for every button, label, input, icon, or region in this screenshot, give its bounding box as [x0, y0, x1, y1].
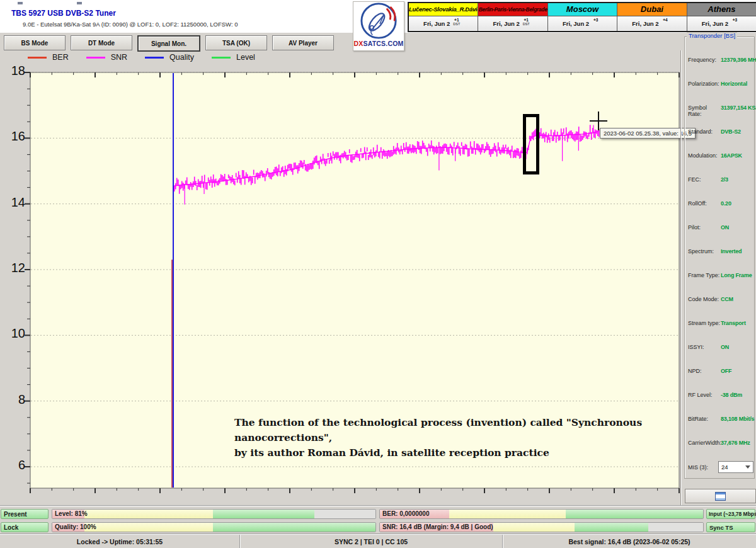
- tab-signal-mon-[interactable]: Signal Mon.: [137, 35, 200, 52]
- transponder-row-value: 0.20: [721, 200, 731, 207]
- transponder-row-value: 2/3: [721, 176, 728, 183]
- clock-time-row: Fri, Jun 2 +4: [617, 16, 686, 30]
- transponder-row-label: Frame Type:: [688, 272, 721, 278]
- y-axis-label: 10: [1, 326, 25, 341]
- dxsatcs-logo: DXSATCS.COM: [353, 1, 404, 51]
- tab-tsa-ok-[interactable]: TSA (OK): [205, 35, 267, 50]
- transponder-row-value: 31397,154 KS/s: [721, 105, 756, 111]
- mis-selected-value: 24: [721, 464, 728, 471]
- transponder-row-label: Modulation:: [688, 152, 721, 159]
- clock-column: Athens Fri, Jun 2 +3: [687, 3, 756, 31]
- mis-dropdown[interactable]: 24: [718, 461, 753, 473]
- transponder-row-value: Long Frame: [721, 272, 752, 278]
- y-axis-label: 16: [1, 129, 25, 144]
- snr-label: SNR: 16,4 dB (Margin: 9,4 dB | Good): [382, 523, 493, 530]
- transponder-row-label: Standard:: [688, 128, 721, 135]
- clock-column: Lučenec-Slovakia_R.Dávid Fri, Jun 2 +1 D…: [409, 3, 478, 31]
- clock-time-row: Fri, Jun 2 +1 DST: [409, 16, 478, 30]
- world-clock-panel: Lučenec-Slovakia_R.Dávid Fri, Jun 2 +1 D…: [408, 2, 756, 32]
- clock-column: Berlin-Paris-Vienna-Belgrade Fri, Jun 2 …: [478, 3, 547, 31]
- mis-row: MIS (3): 24: [688, 461, 753, 473]
- highlight-rectangle: [523, 114, 539, 174]
- clock-date: Fri, Jun 2: [702, 20, 728, 27]
- clock-date: Fri, Jun 2: [423, 20, 450, 27]
- clock-date: Fri, Jun 2: [632, 20, 658, 27]
- transponder-row: Symbol Rate:31397,154 KS/s: [688, 105, 753, 128]
- clock-city-header: Moscow: [548, 3, 617, 16]
- transponder-row-value: Horizontal: [721, 81, 747, 87]
- chevron-down-icon: [745, 465, 750, 469]
- transponder-row-label: RollOff:: [688, 200, 721, 207]
- clock-time-row: Fri, Jun 2 +3: [687, 16, 756, 30]
- snr-progressbar: SNR: 16,4 dB (Margin: 9,4 dB | Good): [379, 522, 704, 532]
- clock-utc-offset: +4: [662, 18, 670, 28]
- tuner-title: TBS 5927 USB DVB-S2 Tuner: [11, 9, 116, 18]
- transponder-row-label: Symbol Rate:: [688, 105, 721, 117]
- tab-dt-mode[interactable]: DT Mode: [71, 35, 132, 50]
- clock-time-row: Fri, Jun 2 +3: [548, 16, 617, 30]
- clock-utc-offset: +3: [592, 18, 600, 28]
- divider: [0, 506, 756, 506]
- titlebar-remnant: [77, 2, 82, 4]
- panel-separator: [680, 50, 681, 505]
- clock-city-header: Dubai: [617, 3, 686, 16]
- transponder-row-label: RF Level:: [688, 392, 721, 398]
- signal-monitor-panel: BERSNRQualityLevel 2023-06-02 05.25.38, …: [0, 50, 682, 504]
- clock-column: Dubai Fri, Jun 2 +4: [617, 3, 686, 31]
- transponder-row-label: BitRate:: [688, 416, 721, 422]
- transponder-row-value: DVB-S2: [721, 128, 741, 135]
- transponder-row-label: ISSYI:: [688, 344, 721, 350]
- status-bar: Locked -> Uptime: 05:31:55 SYNC 2 | TEI …: [0, 534, 756, 548]
- satellite-dish-logo-icon: [359, 2, 398, 41]
- clock-city-header: Berlin-Paris-Vienna-Belgrade: [478, 3, 547, 16]
- transponder-row-label: Spectrum:: [688, 248, 721, 254]
- tab-bar: BS ModeDT ModeSignal Mon.TSA (OK)AV Play…: [4, 35, 334, 52]
- clock-utc-offset: +1 DST: [522, 18, 530, 28]
- transponder-row: Modulation:16APSK: [688, 152, 753, 176]
- transponder-row-value: Transport: [721, 320, 746, 326]
- input-bitrate-indicator: Input (~23,78 Mbps): [706, 509, 755, 519]
- transponder-group-title: Transponder [BS]: [687, 32, 737, 39]
- annotation-line-2: by its author Roman Dávid, in satellite …: [234, 445, 682, 460]
- transponder-row-value: OFF: [721, 368, 731, 374]
- transponder-row-value: 16APSK: [721, 152, 742, 159]
- transponder-row: Code Mode:CCM: [688, 296, 753, 320]
- transponder-row: Standard:DVB-S2: [688, 128, 753, 152]
- statusbar-lock-uptime: Locked -> Uptime: 05:31:55: [0, 535, 239, 548]
- annotation-line-1: The function of the technological proces…: [234, 415, 682, 445]
- transponder-row: RF Level:-38 dBm: [688, 392, 753, 416]
- clock-city-header: Athens: [687, 3, 756, 16]
- panel-toggle-icon: [715, 492, 726, 501]
- transponder-row-value: -38 dBm: [721, 392, 742, 398]
- transponder-row-label: NPD:: [688, 368, 721, 374]
- statusbar-best-signal: Best signal: 16,4 dB (2023-06-02 05:25): [503, 535, 756, 548]
- present-indicator: Present: [1, 509, 49, 519]
- y-axis-label: 12: [1, 261, 25, 275]
- transponder-row-label: FEC:: [688, 176, 721, 183]
- transponder-rows: Frequency:12379,396 MHzPolarization:Hori…: [688, 57, 753, 464]
- clock-utc-offset: +1 DST: [452, 18, 461, 28]
- transponder-row: FEC:2/3: [688, 176, 753, 200]
- transponder-row-value: 37,676 MHz: [721, 440, 750, 446]
- tuner-subtitle: 9.0E - Eutelsat 9B/Ka-Sat 9A (ID: 0090) …: [23, 21, 238, 28]
- level-label: Level: 81%: [55, 510, 88, 517]
- tab-bs-mode[interactable]: BS Mode: [4, 35, 66, 50]
- transponder-row: CarrierWidth:37,676 MHz: [688, 440, 753, 464]
- transponder-row: ISSYI:ON: [688, 344, 753, 368]
- transponder-row-value: 12379,396 MHz: [721, 57, 756, 63]
- mis-label: MIS (3):: [688, 464, 718, 471]
- quality-label: Quality: 100%: [55, 523, 96, 530]
- transponder-row: Polarization:Horizontal: [688, 81, 753, 105]
- clock-column: Moscow Fri, Jun 2 +3: [547, 3, 617, 31]
- clock-time-row: Fri, Jun 2 +1 DST: [478, 16, 547, 30]
- transponder-row-value: ON: [721, 344, 729, 350]
- transponder-row: NPD:OFF: [688, 368, 753, 392]
- statusbar-sync-counters: SYNC 2 | TEI 0 | CC 105: [240, 535, 502, 548]
- level-progressbar: Level: 81%: [52, 509, 376, 519]
- panel-toggle-button[interactable]: [685, 489, 756, 503]
- y-axis-label: 14: [1, 195, 25, 210]
- transponder-row: RollOff:0.20: [688, 200, 753, 224]
- y-axis-label: 8: [1, 392, 25, 407]
- transponder-row: Frequency:12379,396 MHz: [688, 57, 753, 81]
- tab-av-player[interactable]: AV Player: [272, 35, 334, 50]
